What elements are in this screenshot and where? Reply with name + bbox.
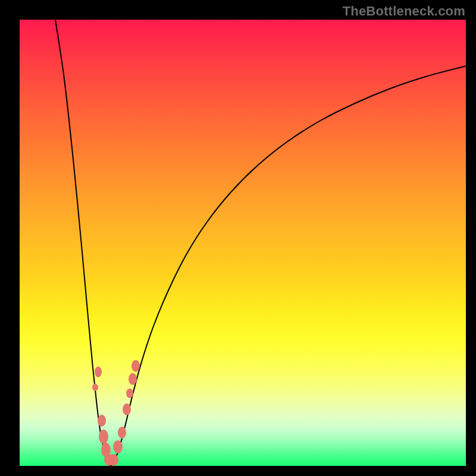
data-markers: [92, 360, 140, 466]
data-marker: [126, 389, 133, 398]
data-marker: [92, 384, 98, 391]
watermark-text: TheBottleneck.com: [343, 4, 465, 19]
data-marker: [131, 360, 140, 372]
data-marker: [123, 403, 131, 415]
chart-frame: TheBottleneck.com: [0, 0, 476, 476]
data-marker: [118, 427, 126, 439]
curve-layer: [20, 20, 466, 466]
data-marker: [129, 373, 137, 385]
plot-area: [20, 20, 466, 466]
data-marker: [99, 430, 108, 444]
data-marker: [95, 367, 102, 377]
data-marker: [109, 454, 118, 466]
bottleneck-curve: [55, 20, 466, 466]
data-marker: [98, 415, 106, 427]
data-marker: [113, 440, 123, 453]
